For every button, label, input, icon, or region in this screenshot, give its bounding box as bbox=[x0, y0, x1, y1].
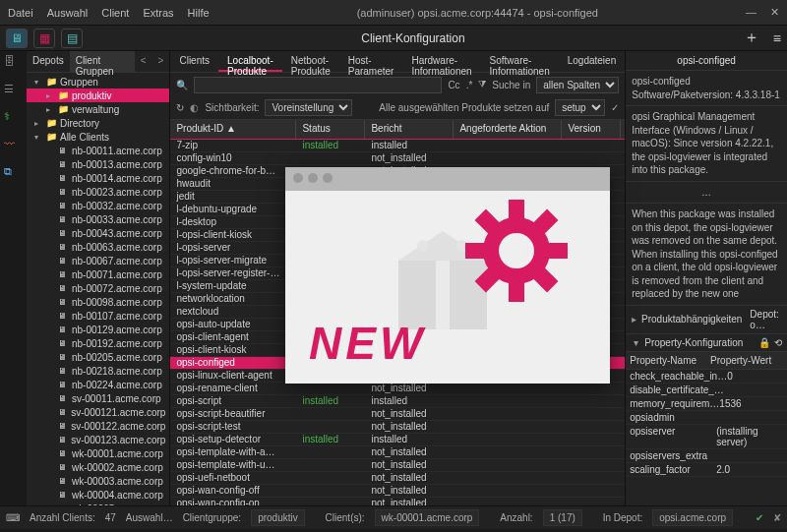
tab[interactable]: Netboot-Produkte bbox=[282, 51, 339, 72]
details-more[interactable]: … bbox=[626, 181, 787, 204]
table-row[interactable]: config-win10not_installed bbox=[170, 152, 625, 165]
col-status[interactable]: Status bbox=[296, 120, 365, 139]
tree-item[interactable]: 🖥nb-00224.acme.corp bbox=[27, 378, 169, 391]
view-clients-icon[interactable]: 🖥 bbox=[6, 29, 28, 48]
tree-item[interactable]: 🖥sv-000122.acme.corp bbox=[27, 419, 169, 433]
search-input[interactable] bbox=[194, 77, 442, 93]
property-row[interactable]: disable_certificate_… bbox=[626, 384, 787, 397]
propconf-label[interactable]: Property-Konfiguration bbox=[644, 337, 743, 348]
table-row[interactable]: opsi-uefi-netbootnot_installed bbox=[170, 472, 625, 485]
tree-item[interactable]: ▸📁verwaltung bbox=[27, 102, 169, 116]
table-row[interactable]: opsi-template-with-u…not_installed bbox=[170, 459, 625, 472]
table-row[interactable]: opsi-wan-config-offnot_installed bbox=[170, 485, 625, 498]
property-row[interactable]: memory_requirem…1536 bbox=[626, 397, 787, 411]
tree-item[interactable]: 🖥wk-00003.acme.corp bbox=[27, 474, 169, 488]
tab[interactable]: Localboot-Produkte bbox=[218, 51, 282, 72]
chevron-right-icon[interactable]: ▸ bbox=[631, 314, 637, 325]
setall-select[interactable]: setup bbox=[555, 99, 605, 116]
tab-client-groups[interactable]: Client Gruppen bbox=[70, 51, 135, 72]
tree-item[interactable]: 🖥nb-00013.acme.corp bbox=[27, 157, 169, 171]
add-button[interactable]: ＋ bbox=[744, 28, 759, 48]
tree-item[interactable]: 🖥nb-00192.acme.corp bbox=[27, 336, 169, 350]
tree-item[interactable]: 🖥nb-00014.acme.corp bbox=[27, 171, 169, 185]
prop-col-name[interactable]: Property-Name bbox=[626, 352, 706, 369]
menu-extras[interactable]: Extras bbox=[143, 7, 173, 19]
tab[interactable]: Hardware-Informationen bbox=[402, 51, 480, 72]
tab[interactable]: Host-Parameter bbox=[339, 51, 403, 72]
table-row[interactable]: opsi-template-with-a…not_installed bbox=[170, 446, 625, 459]
tree-item[interactable]: 🖥nb-00071.acme.corp bbox=[27, 267, 169, 281]
property-row[interactable]: check_reachable_in…0 bbox=[626, 370, 787, 384]
cancel-icon[interactable]: ✘ bbox=[773, 512, 781, 523]
tree-item[interactable]: 🖥sv-000121.acme.corp bbox=[27, 405, 169, 419]
tree-item[interactable]: 🖥wk-00002.acme.corp bbox=[27, 460, 169, 474]
tree-item[interactable]: 🖥nb-00205.acme.corp bbox=[27, 350, 169, 364]
lock-icon[interactable]: 🔒 bbox=[758, 337, 770, 348]
tree-item[interactable]: 🖥nb-00218.acme.corp bbox=[27, 364, 169, 378]
check-icon[interactable]: ✔ bbox=[756, 512, 763, 523]
tree-nav-next[interactable]: > bbox=[152, 51, 170, 72]
menu-hilfe[interactable]: Hilfe bbox=[188, 7, 210, 19]
tree-item[interactable]: 🖥nb-00072.acme.corp bbox=[27, 281, 169, 295]
menu-client[interactable]: Client bbox=[101, 7, 129, 19]
tree-item[interactable]: 🖥nb-00098.acme.corp bbox=[27, 295, 169, 309]
col-report[interactable]: Bericht bbox=[365, 120, 454, 139]
tree-item[interactable]: ▾📁Alle Clients bbox=[27, 130, 169, 144]
prop-col-value[interactable]: Property-Wert bbox=[706, 352, 787, 369]
health-icon[interactable]: ⚕ bbox=[4, 110, 22, 128]
col-product-id[interactable]: Produkt-ID ▲ bbox=[170, 120, 296, 139]
database-icon[interactable]: 🗄 bbox=[4, 55, 22, 73]
status-selection[interactable]: Auswahl… bbox=[126, 512, 173, 523]
view-server-icon[interactable]: ▤ bbox=[61, 29, 83, 48]
tree-item[interactable]: 🖥nb-00011.acme.corp bbox=[27, 144, 169, 157]
tab[interactable]: Clients bbox=[170, 51, 218, 72]
tab[interactable]: Logdateien bbox=[559, 51, 626, 72]
tree-item[interactable]: 🖥nb-00032.acme.corp bbox=[27, 199, 169, 212]
chevron-down-icon[interactable]: ▾ bbox=[631, 337, 640, 348]
terminal-icon[interactable]: ⌨ bbox=[6, 512, 20, 523]
hamburger-icon[interactable]: ≡ bbox=[773, 30, 781, 46]
deps-label[interactable]: Produktabhängigkeiten bbox=[641, 314, 742, 325]
tree-item[interactable]: 🖥sv-000123.acme.corp bbox=[27, 433, 169, 446]
apply-icon[interactable]: ✓ bbox=[611, 102, 619, 113]
tree-item[interactable]: 🖥nb-00023.acme.corp bbox=[27, 185, 169, 199]
regex-icon[interactable]: .* bbox=[466, 80, 473, 90]
table-row[interactable]: opsi-wan-config-onnot_installed bbox=[170, 498, 625, 505]
table-row[interactable]: opsi-script-beautifiernot_installed bbox=[170, 408, 625, 421]
tree-item[interactable]: 🖥wk-00005.acme.corp bbox=[27, 502, 169, 505]
pulse-icon[interactable]: 〰 bbox=[4, 138, 22, 155]
table-row[interactable]: opsi-scriptinstalledinstalled bbox=[170, 395, 625, 408]
property-row[interactable]: opsiserver(installing server) bbox=[626, 425, 787, 449]
menu-datei[interactable]: Datei bbox=[8, 7, 33, 19]
tree-item[interactable]: 🖥nb-00107.acme.corp bbox=[27, 309, 169, 323]
tree-item[interactable]: 🖥nb-00129.acme.corp bbox=[27, 323, 169, 336]
tree-item[interactable]: ▸📁Directory bbox=[27, 116, 169, 130]
tree-item[interactable]: 🖥nb-00063.acme.corp bbox=[27, 240, 169, 254]
property-row[interactable]: opsiadmin bbox=[626, 411, 787, 425]
visibility-select[interactable]: Voreinstellung bbox=[265, 99, 352, 116]
property-row[interactable]: scaling_factor2.0 bbox=[626, 463, 787, 477]
tree-item[interactable]: 🖥wk-00004.acme.corp bbox=[27, 488, 169, 502]
tab[interactable]: Software-Informationen bbox=[481, 51, 559, 72]
tree-item[interactable]: 🖥nb-00043.acme.corp bbox=[27, 226, 169, 240]
search-cc[interactable]: Cc bbox=[448, 80, 459, 90]
refresh-icon[interactable]: ↻ bbox=[176, 102, 184, 113]
stack-icon[interactable]: ☰ bbox=[4, 83, 22, 100]
copy-icon[interactable]: ⧉ bbox=[4, 165, 22, 183]
col-version[interactable]: Version bbox=[562, 120, 621, 139]
tree-item[interactable]: ▸📁produktiv bbox=[27, 89, 169, 102]
tree-item[interactable]: 🖥wk-00001.acme.corp bbox=[27, 446, 169, 460]
close-button[interactable]: ✕ bbox=[770, 6, 779, 19]
tree-item[interactable]: ▾📁Gruppen bbox=[27, 75, 169, 89]
col-requested[interactable]: Angeforderte Aktion bbox=[454, 120, 562, 139]
reset-icon[interactable]: ⟲ bbox=[774, 337, 782, 348]
table-row[interactable]: opsi-setup-detectorinstalledinstalled bbox=[170, 434, 625, 446]
menu-auswahl[interactable]: Auswahl bbox=[47, 7, 89, 19]
table-row[interactable]: opsi-script-testnot_installed bbox=[170, 421, 625, 434]
table-row[interactable]: 7-zipinstalledinstalled bbox=[170, 140, 625, 152]
filter-icon[interactable]: ⧩ bbox=[478, 79, 486, 90]
view-depots-icon[interactable]: ▦ bbox=[33, 29, 55, 48]
tree-nav-prev[interactable]: < bbox=[135, 51, 152, 72]
property-row[interactable]: opsiservers_extra bbox=[626, 449, 787, 463]
minimize-button[interactable]: — bbox=[746, 6, 757, 19]
